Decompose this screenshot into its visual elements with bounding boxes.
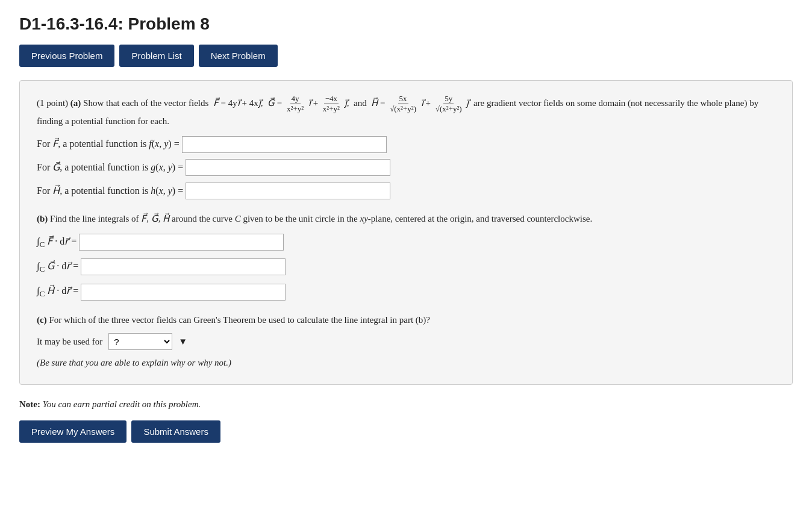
integral-g-label: ∫C G⃗ · dr⃗ = [37, 258, 78, 276]
g-potential-row: For G⃗, a potential function is g(x, y) … [37, 159, 775, 176]
part-b-text: (b) Find the line integrals of F⃗, G⃗, H… [37, 211, 775, 227]
part-a-intro: (1 point) (a) Show that each of the vect… [37, 94, 775, 130]
g-potential-input[interactable] [186, 159, 390, 176]
part-a-intro-text: (1 point) (a) Show that each of the vect… [37, 98, 758, 126]
integral-h-input[interactable] [81, 284, 286, 301]
h-potential-label: For H⃗, a potential function is h(x, y) … [37, 183, 183, 200]
integral-h-label: ∫C H⃗ · dr⃗ = [37, 282, 78, 301]
dropdown-arrow-icon: ▼ [178, 334, 187, 350]
bottom-buttons: Preview My Answers Submit Answers [19, 420, 793, 443]
note-line: Note: You can earn partial credit on thi… [19, 399, 793, 410]
h-potential-input[interactable] [186, 183, 390, 199]
frac-5x-sqrt: 5x √(x²+y²) [389, 94, 417, 113]
part-c-text: (c) For which of the three vector fields… [37, 312, 775, 328]
page-title: D1-16.3-16.4: Problem 8 [19, 14, 793, 34]
greens-theorem-select[interactable]: ? F G H F and G F and H G and H F, G, an… [108, 333, 172, 350]
g-potential-label: For G⃗, a potential function is g(x, y) … [37, 159, 183, 176]
preview-answers-button[interactable]: Preview My Answers [19, 420, 126, 443]
problem-container: (1 point) (a) Show that each of the vect… [19, 80, 793, 385]
frac-neg4x: −4x x²+y² [322, 94, 341, 113]
problem-list-button[interactable]: Problem List [119, 45, 193, 67]
h-potential-row: For H⃗, a potential function is h(x, y) … [37, 183, 775, 200]
f-potential-row: For F⃗, a potential function is f(x, y) … [37, 136, 775, 153]
nav-buttons: Previous Problem Problem List Next Probl… [19, 45, 793, 67]
integral-f-label: ∫C F⃗ · dr⃗ = [37, 233, 77, 252]
submit-answers-button[interactable]: Submit Answers [131, 420, 220, 443]
integral-g-row: ∫C G⃗ · dr⃗ = [37, 258, 775, 276]
f-potential-input[interactable] [182, 136, 387, 153]
integral-g-input[interactable] [81, 258, 286, 275]
next-problem-button[interactable]: Next Problem [199, 45, 278, 67]
previous-problem-button[interactable]: Previous Problem [19, 45, 114, 67]
note-text: You can earn partial credit on this prob… [43, 399, 201, 409]
frac-4y: 4y x²+y² [286, 94, 305, 113]
f-potential-label: For F⃗, a potential function is f(x, y) … [37, 136, 180, 153]
frac-5y-sqrt: 5y √(x²+y²) [434, 94, 463, 113]
may-be-used-label: It may be used for [37, 334, 102, 350]
integral-h-row: ∫C H⃗ · dr⃗ = [37, 282, 775, 301]
integral-f-input[interactable] [79, 234, 284, 251]
integral-f-row: ∫C F⃗ · dr⃗ = [37, 233, 775, 252]
note-label: Note: [19, 399, 40, 409]
may-be-used-row: It may be used for ? F G H F and G F and… [37, 333, 775, 350]
italic-note: (Be sure that you are able to explain wh… [37, 355, 775, 371]
